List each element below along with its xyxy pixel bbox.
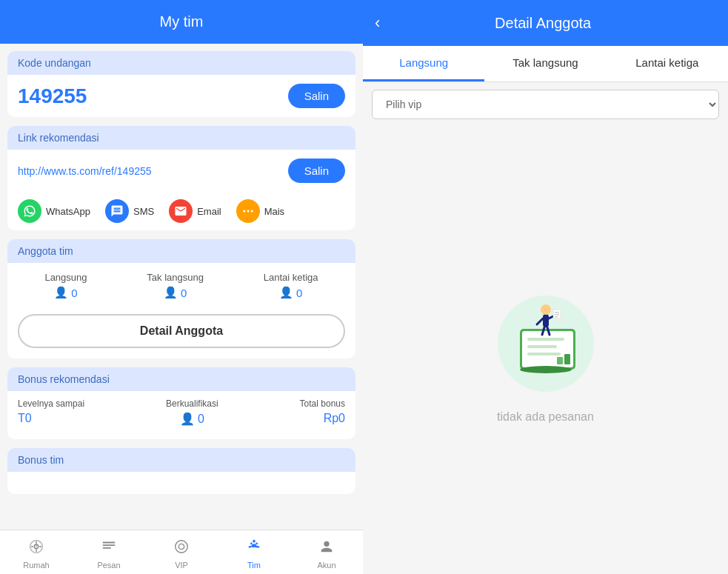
svg-point-14 bbox=[520, 366, 572, 373]
bonus-level-value: T0 bbox=[18, 412, 32, 425]
link-rekomendasi-label: Link rekomendasi bbox=[7, 126, 355, 150]
person-icon-tak-langsung: 👤 bbox=[164, 286, 178, 299]
bonus-tim-card: Bonus tim bbox=[7, 448, 355, 494]
kode-undangan-label: Kode undangan bbox=[7, 51, 355, 75]
mais-share[interactable]: Mais bbox=[236, 199, 284, 223]
nav-vip[interactable]: VIP bbox=[159, 538, 204, 570]
stat-langsung-label: Langsung bbox=[44, 272, 87, 283]
svg-rect-11 bbox=[527, 353, 561, 356]
bonus-tim-label: Bonus tim bbox=[7, 448, 355, 472]
salin-link-button[interactable]: Salin bbox=[288, 158, 345, 183]
nav-vip-label: VIP bbox=[175, 561, 188, 570]
nav-tim-label: Tim bbox=[247, 561, 261, 570]
tab-tak-langsung[interactable]: Tak langsung bbox=[484, 46, 606, 81]
email-label: Email bbox=[197, 206, 221, 217]
svg-rect-12 bbox=[557, 357, 563, 364]
tab-langsung[interactable]: Langsung bbox=[363, 46, 484, 81]
nav-rumah[interactable]: Rumah bbox=[14, 538, 59, 570]
email-share[interactable]: Email bbox=[169, 199, 221, 223]
svg-point-16 bbox=[541, 304, 551, 315]
bonus-total-col: Total bonus Rp0 bbox=[300, 398, 345, 426]
social-row: WhatsApp SMS Email bbox=[7, 192, 355, 230]
bonus-rekomendasi-body: Levelnya sampai T0 Berkualifikasi 👤0 Tot… bbox=[7, 391, 355, 439]
right-panel: ‹ Detail Anggota Langsung Tak langsung L… bbox=[363, 0, 728, 574]
rumah-icon bbox=[28, 538, 44, 559]
whatsapp-share[interactable]: WhatsApp bbox=[18, 199, 90, 223]
stat-tak-langsung: Tak langsung 👤 0 bbox=[147, 272, 204, 299]
right-title: Detail Anggota bbox=[392, 15, 694, 32]
stat-tak-langsung-label: Tak langsung bbox=[147, 272, 204, 283]
email-icon bbox=[169, 199, 193, 223]
svg-point-4 bbox=[176, 540, 188, 553]
svg-point-2 bbox=[250, 210, 253, 213]
salin-code-button[interactable]: Salin bbox=[288, 84, 345, 108]
bonus-berkualifikasi-label: Berkualifikasi bbox=[166, 398, 218, 409]
vip-filter-select[interactable]: Pilih vip VIP 1 VIP 2 VIP 3 bbox=[372, 90, 719, 119]
empty-text: tidak ada pesanan bbox=[497, 410, 594, 424]
link-rekomendasi-body: http://www.ts.com/ref/149255 Salin bbox=[7, 150, 355, 192]
anggota-tim-label: Anggota tim bbox=[7, 239, 355, 263]
stat-lantai-ketiga-value: 👤 0 bbox=[279, 286, 302, 299]
right-header: ‹ Detail Anggota bbox=[363, 0, 728, 46]
bonus-row: Levelnya sampai T0 Berkualifikasi 👤0 Tot… bbox=[18, 398, 345, 426]
tim-icon bbox=[246, 538, 262, 559]
mais-label: Mais bbox=[264, 206, 284, 217]
svg-point-0 bbox=[243, 210, 245, 213]
person-icon-berkualifikasi: 👤 bbox=[180, 412, 195, 426]
bonus-level-col: Levelnya sampai T0 bbox=[18, 398, 84, 426]
empty-illustration bbox=[487, 277, 605, 396]
mais-icon bbox=[236, 199, 260, 223]
vip-icon bbox=[173, 538, 190, 559]
svg-rect-13 bbox=[564, 354, 570, 364]
stat-tak-langsung-value: 👤 0 bbox=[164, 286, 187, 299]
bonus-total-value: Rp0 bbox=[324, 412, 345, 425]
link-row: http://www.ts.com/ref/149255 Salin bbox=[18, 158, 345, 183]
filter-row: Pilih vip VIP 1 VIP 2 VIP 3 bbox=[363, 82, 728, 127]
link-rekomendasi-card: Link rekomendasi http://www.ts.com/ref/1… bbox=[7, 126, 355, 230]
svg-rect-22 bbox=[555, 312, 559, 313]
sms-label: SMS bbox=[133, 206, 154, 217]
kode-undangan-body: 149255 Salin bbox=[7, 75, 355, 117]
bonus-total-label: Total bonus bbox=[300, 398, 345, 409]
sms-icon bbox=[105, 199, 129, 223]
invite-code-value: 149255 bbox=[18, 84, 87, 108]
bonus-level-label: Levelnya sampai bbox=[18, 398, 84, 409]
nav-akun-label: Akun bbox=[317, 561, 335, 570]
bonus-berkualifikasi-col: Berkualifikasi 👤0 bbox=[166, 398, 218, 426]
left-header: My tim bbox=[0, 0, 363, 44]
anggota-stats: Langsung 👤 0 Tak langsung 👤 0 Lantai ket… bbox=[7, 263, 355, 308]
kode-undangan-card: Kode undangan 149255 Salin bbox=[7, 51, 355, 117]
stat-lantai-ketiga: Lantai ketiga 👤 0 bbox=[264, 272, 318, 299]
svg-rect-24 bbox=[555, 316, 558, 318]
svg-point-5 bbox=[178, 544, 184, 549]
sms-share[interactable]: SMS bbox=[105, 199, 154, 223]
tab-lantai-ketiga[interactable]: Lantai ketiga bbox=[607, 46, 728, 81]
stat-lantai-ketiga-label: Lantai ketiga bbox=[264, 272, 318, 283]
back-button[interactable]: ‹ bbox=[375, 13, 380, 33]
whatsapp-label: WhatsApp bbox=[46, 206, 90, 217]
svg-rect-23 bbox=[555, 314, 559, 316]
whatsapp-icon bbox=[18, 199, 41, 223]
left-panel: My tim Kode undangan 149255 Salin Link r… bbox=[0, 0, 363, 574]
person-icon-lantai: 👤 bbox=[279, 286, 293, 299]
bottom-nav: Rumah Pesan VIP Tim Akun bbox=[0, 530, 363, 574]
svg-point-1 bbox=[247, 210, 249, 213]
svg-rect-10 bbox=[527, 345, 557, 348]
anggota-tim-card: Anggota tim Langsung 👤 0 Tak langsung 👤 … bbox=[7, 239, 355, 358]
ref-link-text: http://www.ts.com/ref/149255 bbox=[18, 165, 152, 177]
akun-icon bbox=[318, 538, 335, 559]
bonus-berkualifikasi-value: 👤0 bbox=[180, 412, 204, 426]
nav-pesan[interactable]: Pesan bbox=[87, 538, 131, 570]
bonus-rekomendasi-label: Bonus rekomendasi bbox=[7, 367, 355, 391]
nav-akun[interactable]: Akun bbox=[304, 538, 349, 570]
bonus-tim-body bbox=[7, 472, 355, 494]
svg-rect-9 bbox=[527, 338, 564, 341]
stat-langsung-value: 👤 0 bbox=[54, 286, 77, 299]
nav-tim[interactable]: Tim bbox=[232, 538, 276, 570]
svg-rect-15 bbox=[543, 314, 549, 327]
bonus-rekomendasi-card: Bonus rekomendasi Levelnya sampai T0 Ber… bbox=[7, 367, 355, 439]
detail-anggota-button[interactable]: Detail Anggota bbox=[18, 314, 345, 348]
empty-state: tidak ada pesanan bbox=[363, 127, 728, 574]
person-icon-langsung: 👤 bbox=[54, 286, 68, 299]
right-tabs: Langsung Tak langsung Lantai ketiga bbox=[363, 46, 728, 82]
